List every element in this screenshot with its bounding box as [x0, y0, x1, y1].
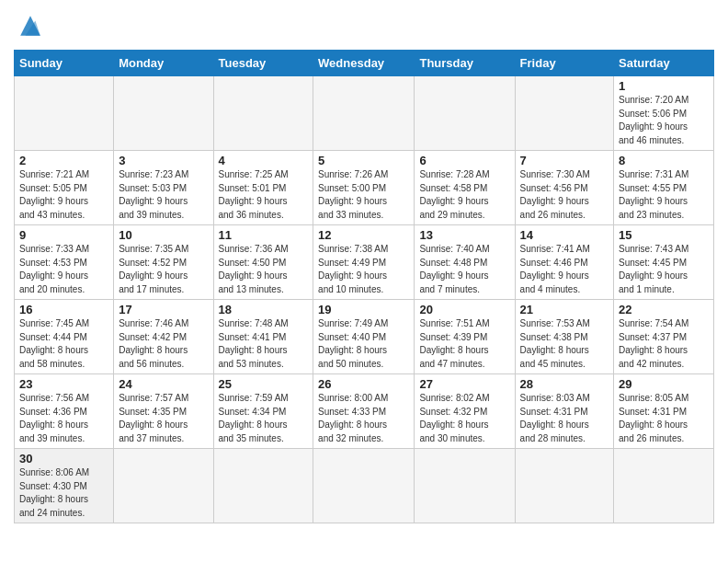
day-info: Sunrise: 7:46 AM Sunset: 4:42 PM Dayligh… [119, 317, 208, 371]
day-number: 27 [419, 377, 509, 391]
calendar-cell: 16Sunrise: 7:45 AM Sunset: 4:44 PM Dayli… [15, 300, 114, 374]
day-info: Sunrise: 7:30 AM Sunset: 4:56 PM Dayligh… [520, 168, 609, 222]
day-number: 9 [19, 228, 108, 242]
calendar-cell: 24Sunrise: 7:57 AM Sunset: 4:35 PM Dayli… [114, 374, 213, 449]
calendar-cell: 28Sunrise: 8:03 AM Sunset: 4:31 PM Dayli… [515, 374, 613, 449]
calendar-cell: 29Sunrise: 8:05 AM Sunset: 4:31 PM Dayli… [614, 374, 714, 449]
day-number: 8 [619, 154, 709, 167]
calendar-cell [114, 76, 213, 151]
day-number: 18 [219, 303, 309, 316]
day-number: 3 [119, 154, 208, 167]
day-info: Sunrise: 7:51 AM Sunset: 4:39 PM Dayligh… [419, 317, 509, 371]
day-info: Sunrise: 7:21 AM Sunset: 5:05 PM Dayligh… [19, 168, 108, 222]
day-number: 5 [318, 154, 409, 167]
page-header [14, 9, 714, 42]
calendar-cell [114, 449, 213, 523]
calendar-cell: 8Sunrise: 7:31 AM Sunset: 4:55 PM Daylig… [614, 151, 714, 225]
calendar-cell [515, 449, 613, 523]
day-info: Sunrise: 7:43 AM Sunset: 4:45 PM Dayligh… [619, 243, 709, 296]
calendar-cell [515, 76, 613, 151]
day-info: Sunrise: 8:02 AM Sunset: 4:32 PM Dayligh… [419, 392, 509, 445]
header-sunday: Sunday [15, 51, 114, 76]
day-info: Sunrise: 7:20 AM Sunset: 5:06 PM Dayligh… [619, 94, 709, 147]
calendar-cell: 27Sunrise: 8:02 AM Sunset: 4:32 PM Dayli… [415, 374, 515, 449]
calendar-header-row: SundayMondayTuesdayWednesdayThursdayFrid… [15, 51, 714, 76]
day-number: 30 [19, 452, 108, 465]
day-number: 17 [119, 303, 208, 316]
day-info: Sunrise: 7:28 AM Sunset: 4:58 PM Dayligh… [419, 168, 509, 222]
calendar-cell [415, 449, 515, 523]
calendar-cell [213, 76, 313, 151]
calendar-cell: 5Sunrise: 7:26 AM Sunset: 5:00 PM Daylig… [313, 151, 415, 225]
calendar-cell: 11Sunrise: 7:36 AM Sunset: 4:50 PM Dayli… [213, 225, 313, 300]
day-number: 20 [419, 303, 509, 316]
day-info: Sunrise: 7:48 AM Sunset: 4:41 PM Dayligh… [219, 317, 309, 371]
day-info: Sunrise: 8:03 AM Sunset: 4:31 PM Dayligh… [520, 392, 609, 445]
logo-icon [14, 9, 47, 42]
day-info: Sunrise: 7:49 AM Sunset: 4:40 PM Dayligh… [318, 317, 409, 371]
calendar-week-0: 1Sunrise: 7:20 AM Sunset: 5:06 PM Daylig… [15, 76, 714, 151]
calendar-cell: 21Sunrise: 7:53 AM Sunset: 4:38 PM Dayli… [515, 300, 613, 374]
calendar-cell [313, 76, 415, 151]
day-number: 22 [619, 303, 709, 316]
day-info: Sunrise: 7:53 AM Sunset: 4:38 PM Dayligh… [520, 317, 609, 371]
day-info: Sunrise: 7:57 AM Sunset: 4:35 PM Dayligh… [119, 392, 208, 445]
calendar-cell: 13Sunrise: 7:40 AM Sunset: 4:48 PM Dayli… [415, 225, 515, 300]
calendar-cell: 1Sunrise: 7:20 AM Sunset: 5:06 PM Daylig… [614, 76, 714, 151]
day-number: 10 [119, 228, 208, 242]
calendar-cell: 3Sunrise: 7:23 AM Sunset: 5:03 PM Daylig… [114, 151, 213, 225]
calendar-cell: 22Sunrise: 7:54 AM Sunset: 4:37 PM Dayli… [614, 300, 714, 374]
header-wednesday: Wednesday [313, 51, 415, 76]
day-info: Sunrise: 7:35 AM Sunset: 4:52 PM Dayligh… [119, 243, 208, 296]
day-number: 13 [419, 228, 509, 242]
calendar-week-2: 9Sunrise: 7:33 AM Sunset: 4:53 PM Daylig… [15, 225, 714, 300]
calendar-cell: 6Sunrise: 7:28 AM Sunset: 4:58 PM Daylig… [415, 151, 515, 225]
day-info: Sunrise: 7:54 AM Sunset: 4:37 PM Dayligh… [619, 317, 709, 371]
day-number: 1 [619, 79, 709, 93]
calendar-cell [313, 449, 415, 523]
calendar-cell: 7Sunrise: 7:30 AM Sunset: 4:56 PM Daylig… [515, 151, 613, 225]
day-info: Sunrise: 7:31 AM Sunset: 4:55 PM Dayligh… [619, 168, 709, 222]
day-info: Sunrise: 7:23 AM Sunset: 5:03 PM Dayligh… [119, 168, 208, 222]
day-info: Sunrise: 7:41 AM Sunset: 4:46 PM Dayligh… [520, 243, 609, 296]
calendar-cell: 15Sunrise: 7:43 AM Sunset: 4:45 PM Dayli… [614, 225, 714, 300]
day-info: Sunrise: 7:40 AM Sunset: 4:48 PM Dayligh… [419, 243, 509, 296]
calendar-cell [15, 76, 114, 151]
calendar-cell [415, 76, 515, 151]
day-number: 14 [520, 228, 609, 242]
calendar-cell: 30Sunrise: 8:06 AM Sunset: 4:30 PM Dayli… [15, 449, 114, 523]
day-info: Sunrise: 8:05 AM Sunset: 4:31 PM Dayligh… [619, 392, 709, 445]
day-number: 2 [19, 154, 108, 167]
day-info: Sunrise: 7:26 AM Sunset: 5:00 PM Dayligh… [318, 168, 409, 222]
day-number: 26 [318, 377, 409, 391]
day-number: 21 [520, 303, 609, 316]
day-number: 6 [419, 154, 509, 167]
day-info: Sunrise: 7:59 AM Sunset: 4:34 PM Dayligh… [219, 392, 309, 445]
day-number: 28 [520, 377, 609, 391]
day-number: 4 [219, 154, 309, 167]
header-monday: Monday [114, 51, 213, 76]
day-info: Sunrise: 7:56 AM Sunset: 4:36 PM Dayligh… [19, 392, 108, 445]
day-info: Sunrise: 7:25 AM Sunset: 5:01 PM Dayligh… [219, 168, 309, 222]
day-info: Sunrise: 7:45 AM Sunset: 4:44 PM Dayligh… [19, 317, 108, 371]
day-info: Sunrise: 7:36 AM Sunset: 4:50 PM Dayligh… [219, 243, 309, 296]
calendar-week-5: 30Sunrise: 8:06 AM Sunset: 4:30 PM Dayli… [15, 449, 714, 523]
day-number: 23 [19, 377, 108, 391]
day-number: 25 [219, 377, 309, 391]
calendar-cell: 19Sunrise: 7:49 AM Sunset: 4:40 PM Dayli… [313, 300, 415, 374]
calendar-week-4: 23Sunrise: 7:56 AM Sunset: 4:36 PM Dayli… [15, 374, 714, 449]
logo [14, 9, 51, 42]
header-thursday: Thursday [415, 51, 515, 76]
header-friday: Friday [515, 51, 613, 76]
day-number: 24 [119, 377, 208, 391]
calendar-week-3: 16Sunrise: 7:45 AM Sunset: 4:44 PM Dayli… [15, 300, 714, 374]
day-number: 29 [619, 377, 709, 391]
calendar-cell: 4Sunrise: 7:25 AM Sunset: 5:01 PM Daylig… [213, 151, 313, 225]
calendar-cell: 25Sunrise: 7:59 AM Sunset: 4:34 PM Dayli… [213, 374, 313, 449]
calendar-cell: 10Sunrise: 7:35 AM Sunset: 4:52 PM Dayli… [114, 225, 213, 300]
calendar-week-1: 2Sunrise: 7:21 AM Sunset: 5:05 PM Daylig… [15, 151, 714, 225]
day-info: Sunrise: 8:00 AM Sunset: 4:33 PM Dayligh… [318, 392, 409, 445]
day-number: 7 [520, 154, 609, 167]
day-info: Sunrise: 7:38 AM Sunset: 4:49 PM Dayligh… [318, 243, 409, 296]
day-number: 19 [318, 303, 409, 316]
